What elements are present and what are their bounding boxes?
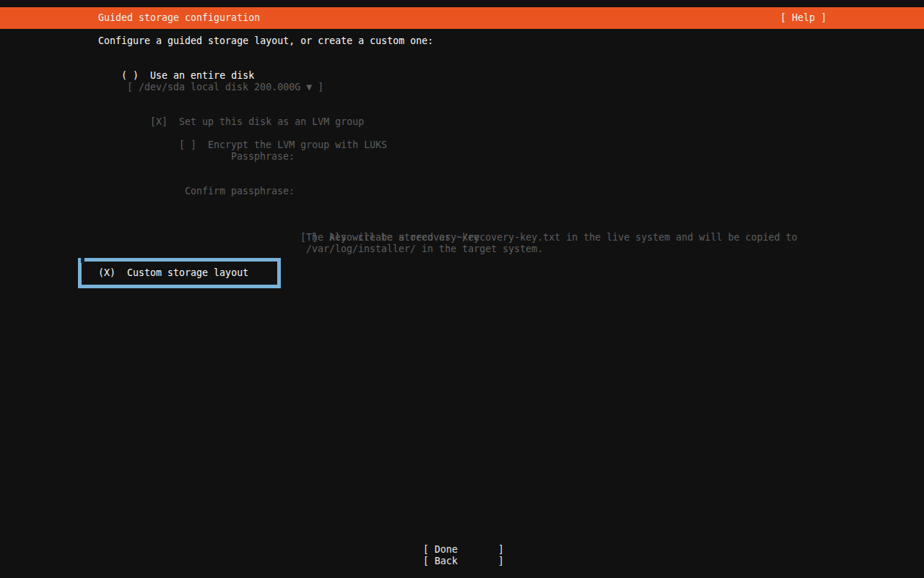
recovery-help-line-2: /var/log/installer/ in the target system… — [306, 243, 543, 255]
checkbox-glyph: [X] — [150, 116, 167, 128]
radio-label: Use an entire disk — [150, 70, 254, 82]
passphrase-label: Passphrase: — [231, 151, 295, 163]
disk-select-dropdown[interactable]: [ /dev/sda local disk 200.000G ▼ ] — [127, 82, 323, 93]
radio-glyph: ( ) — [121, 70, 139, 82]
back-button[interactable]: [ Back ] — [423, 556, 504, 567]
checkbox-label: Encrypt the LVM group with LUKS — [208, 139, 387, 151]
radio-row: (X)Custom storage layout — [98, 267, 248, 279]
radio-label: Custom storage layout — [127, 267, 248, 279]
confirm-passphrase-label: Confirm passphrase: — [185, 186, 295, 197]
titlebar: Guided storage configuration [ Help ] — [0, 7, 924, 29]
radio-custom-storage-layout[interactable]: (X)Custom storage layout — [78, 258, 281, 288]
focus-cursor-notch — [81, 258, 84, 263]
heading: Configure a guided storage layout, or cr… — [98, 35, 433, 47]
recovery-help-line-1: The key will be stored as ~/recovery-key… — [306, 232, 797, 243]
help-button[interactable]: [ Help ] — [780, 12, 827, 24]
checkbox-label: Set up this disk as an LVM group — [179, 116, 364, 128]
page-title: Guided storage configuration — [98, 12, 260, 24]
radio-glyph: (X) — [98, 267, 116, 279]
checkbox-glyph: [ ] — [179, 139, 196, 151]
done-button[interactable]: [ Done ] — [423, 544, 504, 556]
installer-screen: Guided storage configuration [ Help ] Co… — [0, 0, 924, 578]
